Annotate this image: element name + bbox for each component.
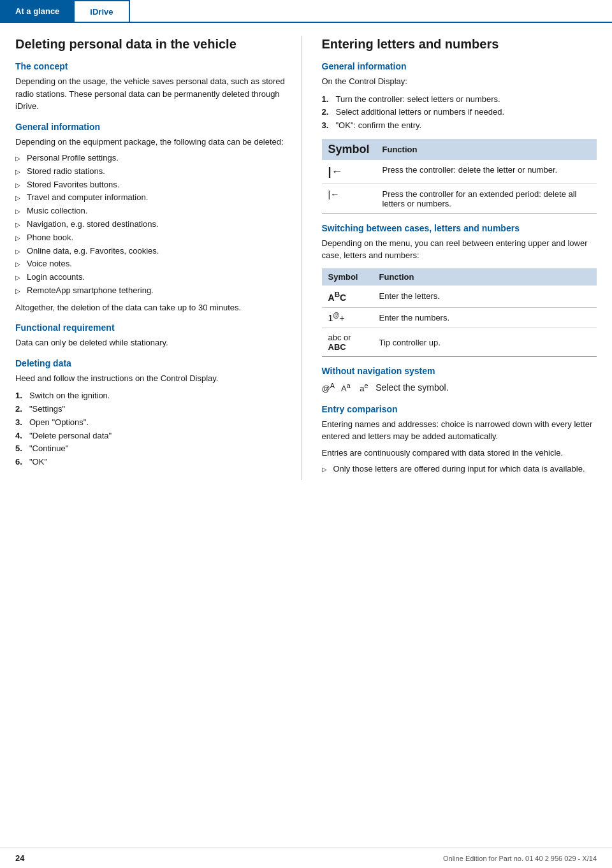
- step-item: Select additional letters or numbers if …: [322, 106, 597, 119]
- left-title: Deleting personal data in the vehicle: [15, 36, 291, 52]
- list-item: Only those letters are offered during in…: [322, 463, 597, 476]
- heading-general-left: General information: [15, 122, 291, 132]
- general-footer-text: Altogether, the deletion of the data can…: [15, 301, 291, 314]
- right-column: Entering letters and numbers General inf…: [317, 36, 597, 480]
- tab-idrive[interactable]: iDrive: [75, 0, 129, 22]
- entry-comparison-para2: Entries are continuously compared with d…: [322, 447, 597, 459]
- table-row: |← Press the controller: delete the lett…: [322, 160, 597, 184]
- list-item: Travel and computer information.: [15, 191, 291, 205]
- heading-without-nav: Without navigation system: [322, 366, 597, 376]
- list-item: Voice notes.: [15, 257, 291, 271]
- list-item: Login accounts.: [15, 271, 291, 284]
- symbol-cell: |←: [322, 184, 376, 213]
- footer-right-text: Online Edition for Part no. 01 40 2 956 …: [443, 855, 597, 862]
- symbol-cell: ABC: [322, 286, 373, 307]
- table-row: 1@+ Enter the numbers.: [322, 307, 597, 328]
- general-items-list: Personal Profile settings. Stored radio …: [15, 152, 291, 298]
- concept-text: Depending on the usage, the vehicle save…: [15, 75, 291, 113]
- general-intro: Depending on the equipment package, the …: [15, 136, 291, 148]
- functional-text: Data can only be deleted while stationar…: [15, 336, 291, 349]
- step-item: "Settings": [15, 403, 291, 416]
- tab-at-a-glance[interactable]: At a glance: [0, 0, 75, 22]
- symbol-table-1: Symbol Function |← Press the controller:…: [322, 139, 597, 214]
- function-cell: Enter the numbers.: [373, 307, 597, 328]
- entry-comparison-para1: Entering names and addresses: choice is …: [322, 418, 597, 443]
- deleting-intro: Heed and follow the instructions on the …: [15, 372, 291, 385]
- nav-symbols-text: @A Aa ae Select the symbol.: [322, 380, 597, 394]
- table-row: ABC Enter the letters.: [322, 286, 597, 307]
- deleting-steps-list: Switch on the ignition. "Settings" Open …: [15, 389, 291, 469]
- table1-col1-header: Symbol: [322, 139, 376, 160]
- heading-general-right: General information: [322, 61, 597, 71]
- switching-intro: Depending on the menu, you can reel betw…: [322, 237, 597, 262]
- entry-comparison-list: Only those letters are offered during in…: [322, 463, 597, 476]
- symbol-table-2: Symbol Function ABC Enter the letters. 1…: [322, 268, 597, 357]
- page-header: At a glance iDrive: [0, 0, 612, 23]
- function-cell: Press the controller for an extended per…: [376, 184, 597, 213]
- list-item: Personal Profile settings.: [15, 152, 291, 165]
- step-item: "OK": confirm the entry.: [322, 119, 597, 133]
- list-item: Stored Favorites buttons.: [15, 178, 291, 192]
- table2-col2-header: Function: [373, 268, 597, 286]
- list-item: Music collection.: [15, 205, 291, 218]
- symbol-cell: 1@+: [322, 307, 373, 328]
- table1-col2-header: Function: [376, 139, 597, 160]
- page-number: 24: [15, 853, 24, 863]
- symbol-cell: abc or ABC: [322, 328, 373, 357]
- step-item: "OK": [15, 456, 291, 469]
- section-without-nav: Without navigation system @A Aa ae Selec…: [322, 366, 597, 394]
- step-item: Open "Options".: [15, 416, 291, 430]
- function-cell: Tip controller up.: [373, 328, 597, 357]
- step-item: Turn the controller: select letters or n…: [322, 93, 597, 106]
- list-item: Stored radio stations.: [15, 165, 291, 178]
- step-item: Switch on the ignition.: [15, 389, 291, 403]
- page-footer: 24 Online Edition for Part no. 01 40 2 9…: [0, 848, 612, 868]
- table-row: abc or ABC Tip controller up.: [322, 328, 597, 357]
- heading-deleting: Deleting data: [15, 358, 291, 368]
- function-cell: Press the controller: delete the letter …: [376, 160, 597, 184]
- table2-col1-header: Symbol: [322, 268, 373, 286]
- step-item: "Delete personal data": [15, 430, 291, 443]
- left-column: Deleting personal data in the vehicle Th…: [15, 36, 302, 480]
- list-item: RemoteApp smartphone tethering.: [15, 284, 291, 298]
- function-cell: Enter the letters.: [373, 286, 597, 307]
- main-content: Deleting personal data in the vehicle Th…: [0, 23, 612, 505]
- right-steps-list: Turn the controller: select letters or n…: [322, 93, 597, 133]
- symbol-cell: |←: [322, 160, 376, 184]
- heading-entry-comparison: Entry comparison: [322, 404, 597, 414]
- table-row: |← Press the controller for an extended …: [322, 184, 597, 213]
- list-item: Phone book.: [15, 231, 291, 245]
- step-item: "Continue": [15, 442, 291, 456]
- heading-functional: Functional requirement: [15, 322, 291, 333]
- list-item: Navigation, e.g. stored destinations.: [15, 218, 291, 231]
- right-general-intro: On the Control Display:: [322, 75, 597, 88]
- right-title: Entering letters and numbers: [322, 36, 597, 52]
- heading-switching: Switching between cases, letters and num…: [322, 223, 597, 233]
- list-item: Online data, e.g. Favorites, cookies.: [15, 245, 291, 258]
- heading-concept: The concept: [15, 61, 291, 71]
